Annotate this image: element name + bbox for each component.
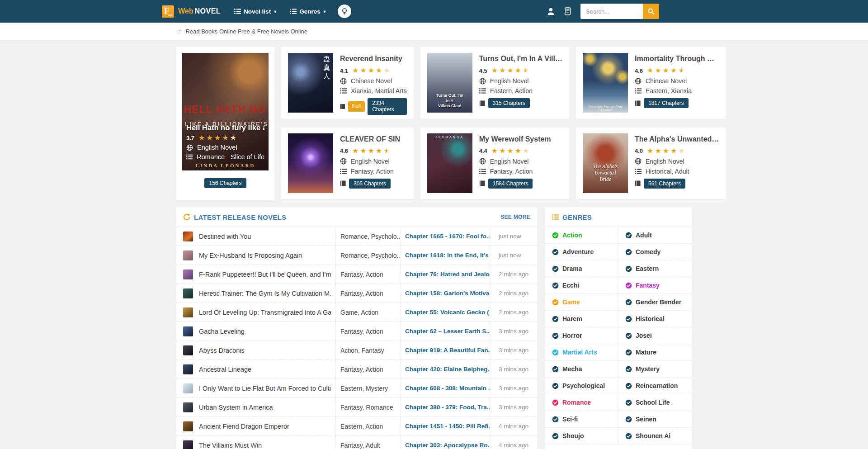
genre-item[interactable]: Comedy [618, 244, 692, 260]
genre-item[interactable]: Eastern [618, 260, 692, 277]
featured-novel-card: Immortality Through Array Formations Imm… [576, 47, 726, 119]
hero-title[interactable]: Hell Hath no fury like a bi... [186, 123, 264, 132]
novel-thumbnail[interactable] [183, 440, 193, 449]
main-content: HELL HATH NO FURY LIKE A BILLIONAIRE'S E… [176, 40, 692, 449]
novel-cover[interactable]: 蛊真人 [288, 53, 333, 113]
novel-title-link[interactable]: Lord Of Leveling Up: Transmigrated Into … [199, 309, 331, 316]
chapter-link[interactable]: Chapter 919: A Beautiful Fan... [405, 347, 490, 354]
novel-thumbnail[interactable] [183, 307, 193, 317]
nav-novel-list[interactable]: Novel list ▾ [234, 8, 276, 15]
genre-item[interactable]: Psychological [545, 378, 618, 394]
genre-item[interactable]: Action [545, 227, 618, 244]
genre-item[interactable]: Romance [545, 394, 618, 411]
genre-label: Adventure [562, 248, 594, 255]
search-input[interactable] [580, 4, 643, 19]
novel-genres: Xianxia, Martial Arts [340, 87, 407, 95]
genre-item[interactable]: Drama [545, 260, 618, 277]
novel-cover[interactable]: The Alpha'sUnwantedBride [583, 133, 628, 193]
novel-title[interactable]: CLEAVER OF SIN [340, 135, 407, 143]
genre-item[interactable]: School Life [618, 394, 692, 411]
see-more-link[interactable]: SEE MORE [500, 214, 530, 220]
novel-thumbnail[interactable] [183, 383, 193, 393]
novel-title-link[interactable]: Ancient Fiend Dragon Emperor [199, 423, 289, 430]
genre-item[interactable]: Martial Arts [545, 344, 618, 361]
theme-toggle-button[interactable] [338, 5, 351, 18]
novel-title-link[interactable]: Heretic Trainer: The Gym Is My Cultivati… [199, 290, 331, 297]
genre-item[interactable]: Adventure [545, 244, 618, 260]
genre-item[interactable]: Adult [618, 227, 692, 244]
genre-item[interactable]: Shounen Ai [618, 428, 692, 444]
user-icon[interactable] [547, 7, 555, 16]
novel-title-link[interactable]: Abyss Draconis [199, 347, 245, 354]
genre-item[interactable]: Harem [545, 311, 618, 327]
novel-title[interactable]: Immortality Through … [635, 55, 719, 63]
nav-genres[interactable]: Genres ▾ [290, 8, 326, 15]
genre-item[interactable]: Horror [545, 327, 618, 344]
genre-item[interactable]: Gender Bender [618, 294, 692, 311]
novel-thumbnail[interactable] [183, 232, 193, 241]
chevron-down-icon: ▾ [274, 9, 276, 14]
novel-cover[interactable]: Turns Out, I'mIn AVillain Clan! [427, 53, 472, 113]
novel-title[interactable]: Reverend Insanity [340, 55, 407, 63]
star-icon: ★ [491, 67, 498, 74]
chapter-link[interactable]: Chapter 380 - 379: Food, Tra... [405, 404, 490, 411]
novel-thumbnail[interactable] [183, 345, 193, 355]
novel-thumbnail[interactable] [183, 288, 193, 298]
chapter-link[interactable]: Chapter 1451 - 1450: Pill Refi... [405, 423, 490, 430]
novel-cover[interactable] [288, 133, 333, 193]
novel-thumbnail[interactable] [183, 364, 193, 374]
novel-title-link[interactable]: I Only Want to Lie Flat But Am Forced to… [199, 385, 331, 392]
latest-novel-row: Gacha Leveling Fantasy, Action Chapter 6… [176, 322, 537, 341]
genre-item[interactable]: Historical [618, 311, 692, 327]
novel-thumbnail[interactable] [183, 421, 193, 431]
news-icon[interactable] [563, 7, 572, 16]
chapter-link[interactable]: Chapter 76: Hatred and Jealo... [405, 271, 490, 278]
novel-title[interactable]: The Alpha's Unwanted… [635, 135, 719, 143]
novel-thumbnail[interactable] [183, 269, 193, 279]
novel-title-link[interactable]: Ancestral Lineage [199, 366, 251, 373]
novel-thumbnail[interactable] [183, 402, 193, 412]
chapter-link[interactable]: Chapter 608 - 308: Mountain ... [405, 385, 490, 392]
latest-novel-row: My Ex-Husband Is Proposing Again Romance… [176, 246, 537, 265]
novel-thumbnail[interactable] [183, 250, 193, 260]
novel-language: Chinese Novel [340, 77, 407, 85]
genre-item[interactable]: Josei [618, 327, 692, 344]
genre-item[interactable]: Mature [618, 344, 692, 361]
novel-title-link[interactable]: F-Rank Puppeteer!! But I'll be Queen, an… [199, 271, 331, 278]
novel-title-link[interactable]: Urban System in America [199, 404, 273, 411]
genre-item[interactable]: Reincarnation [618, 378, 692, 394]
novel-title-link[interactable]: Gacha Leveling [199, 328, 245, 335]
chapter-link[interactable]: Chapter 62 – Lesser Earth S... [405, 328, 490, 335]
genre-item[interactable]: Fantasy [618, 277, 692, 294]
chapter-link[interactable]: Chapter 420: Elaine Belpheg... [405, 366, 490, 373]
chapter-link[interactable]: Chapter 1618: In the End, It's ... [405, 252, 490, 259]
genre-item[interactable]: Sci-fi [545, 411, 618, 428]
novel-cover[interactable]: Immortality Through Array Formations [583, 53, 628, 113]
novel-title-link[interactable]: The Villains Must Win [199, 442, 262, 449]
genre-item[interactable]: Mystery [618, 361, 692, 378]
chapter-link[interactable]: Chapter 158: Garion's Motiva... [405, 290, 490, 297]
check-circle-icon [552, 366, 559, 373]
genre-item[interactable]: Game [545, 294, 618, 311]
novel-thumbnail[interactable] [183, 326, 193, 336]
novel-title[interactable]: Turns Out, I'm In A Vill… [479, 55, 562, 63]
genre-item[interactable]: Seinen [618, 411, 692, 428]
site-logo[interactable]: Free Web NOVEL [162, 5, 221, 18]
chapter-link[interactable]: Chapter 1665 - 1670: Fool fo... [405, 233, 490, 240]
novel-title[interactable]: My Werewolf System [479, 135, 562, 143]
hero-novel-card: HELL HATH NO FURY LIKE A BILLIONAIRE'S E… [176, 47, 274, 200]
hero-cover[interactable]: HELL HATH NO FURY LIKE A BILLIONAIRE'S E… [182, 53, 269, 170]
release-time: 2 mins ago [490, 265, 537, 284]
genre-item[interactable]: Mecha [545, 361, 618, 378]
novel-title-link[interactable]: Destined with You [199, 233, 251, 240]
search-button[interactable] [643, 4, 659, 19]
chapter-link[interactable]: Chapter 55: Volcanic Gecko (... [405, 309, 490, 316]
genre-item[interactable]: Ecchi [545, 277, 618, 294]
genre-label: Seinen [636, 416, 656, 423]
genre-item[interactable]: Shoujo [545, 428, 618, 444]
check-circle-icon [625, 416, 632, 423]
chapter-link[interactable]: Chapter 303: Apocalypse Ro... [405, 442, 490, 449]
novel-cover[interactable]: JKSMANGA [427, 133, 472, 193]
novel-title-link[interactable]: My Ex-Husband Is Proposing Again [199, 252, 302, 259]
star-icon: ★ [222, 134, 228, 142]
